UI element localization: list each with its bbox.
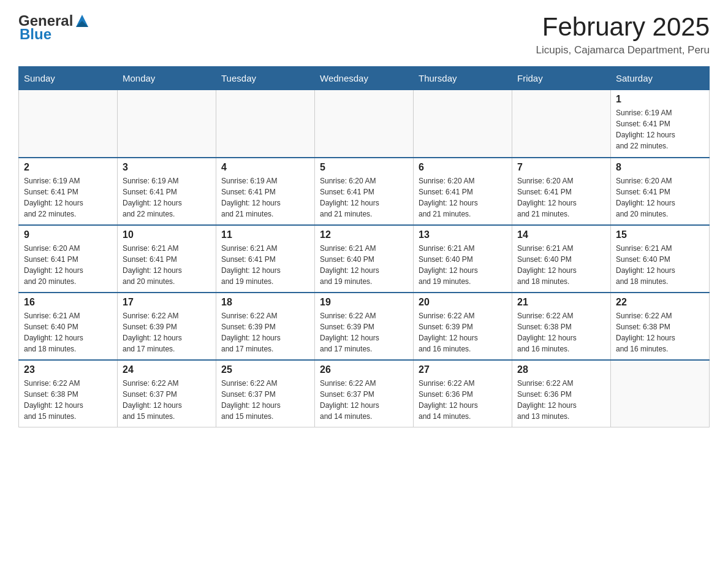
day-info: Sunrise: 6:22 AMSunset: 6:36 PMDaylight:… <box>517 378 605 422</box>
day-number: 3 <box>123 162 211 173</box>
day-info: Sunrise: 6:22 AMSunset: 6:37 PMDaylight:… <box>320 378 408 422</box>
day-info: Sunrise: 6:21 AMSunset: 6:40 PMDaylight:… <box>419 243 507 287</box>
day-info: Sunrise: 6:19 AMSunset: 6:41 PMDaylight:… <box>221 175 309 220</box>
day-info: Sunrise: 6:19 AMSunset: 6:41 PMDaylight:… <box>616 107 704 151</box>
calendar-cell <box>118 90 216 158</box>
calendar-cell: 24Sunrise: 6:22 AMSunset: 6:37 PMDayligh… <box>118 360 216 427</box>
day-info: Sunrise: 6:21 AMSunset: 6:40 PMDaylight:… <box>320 243 408 287</box>
day-number: 23 <box>24 364 112 375</box>
day-number: 24 <box>123 364 211 375</box>
calendar-cell: 10Sunrise: 6:21 AMSunset: 6:41 PMDayligh… <box>118 225 216 293</box>
calendar-cell: 14Sunrise: 6:21 AMSunset: 6:40 PMDayligh… <box>512 225 611 293</box>
day-number: 26 <box>320 364 408 375</box>
day-info: Sunrise: 6:19 AMSunset: 6:41 PMDaylight:… <box>123 175 211 220</box>
logo: General Blue <box>18 12 91 43</box>
day-number: 17 <box>123 297 211 308</box>
day-info: Sunrise: 6:21 AMSunset: 6:40 PMDaylight:… <box>24 310 112 354</box>
calendar-week-2: 2Sunrise: 6:19 AMSunset: 6:41 PMDaylight… <box>19 158 710 225</box>
day-number: 11 <box>221 229 309 240</box>
calendar-cell: 19Sunrise: 6:22 AMSunset: 6:39 PMDayligh… <box>315 293 414 360</box>
calendar-cell: 2Sunrise: 6:19 AMSunset: 6:41 PMDaylight… <box>19 158 118 225</box>
day-info: Sunrise: 6:21 AMSunset: 6:40 PMDaylight:… <box>616 243 704 287</box>
calendar-week-5: 23Sunrise: 6:22 AMSunset: 6:38 PMDayligh… <box>19 360 710 427</box>
calendar-week-1: 1Sunrise: 6:19 AMSunset: 6:41 PMDaylight… <box>19 90 710 158</box>
day-info: Sunrise: 6:22 AMSunset: 6:38 PMDaylight:… <box>517 310 605 354</box>
day-number: 1 <box>616 94 704 105</box>
calendar-cell <box>414 90 512 158</box>
day-info: Sunrise: 6:21 AMSunset: 6:41 PMDaylight:… <box>221 243 309 287</box>
day-info: Sunrise: 6:19 AMSunset: 6:41 PMDaylight:… <box>24 175 112 220</box>
calendar-cell: 8Sunrise: 6:20 AMSunset: 6:41 PMDaylight… <box>611 158 710 225</box>
day-info: Sunrise: 6:20 AMSunset: 6:41 PMDaylight:… <box>517 175 605 220</box>
calendar-cell: 1Sunrise: 6:19 AMSunset: 6:41 PMDaylight… <box>611 90 710 158</box>
day-number: 27 <box>419 364 507 375</box>
weekday-header-friday: Friday <box>512 67 611 90</box>
day-info: Sunrise: 6:20 AMSunset: 6:41 PMDaylight:… <box>419 175 507 220</box>
calendar-cell <box>216 90 315 158</box>
day-info: Sunrise: 6:21 AMSunset: 6:41 PMDaylight:… <box>123 243 211 287</box>
calendar-cell <box>19 90 118 158</box>
calendar-cell: 21Sunrise: 6:22 AMSunset: 6:38 PMDayligh… <box>512 293 611 360</box>
weekday-header-saturday: Saturday <box>611 67 710 90</box>
day-number: 18 <box>221 297 309 308</box>
title-area: February 2025 Licupis, Cajamarca Departm… <box>536 12 710 56</box>
calendar-cell: 20Sunrise: 6:22 AMSunset: 6:39 PMDayligh… <box>414 293 512 360</box>
page-header: General Blue February 2025 Licupis, Caja… <box>18 12 710 56</box>
day-info: Sunrise: 6:22 AMSunset: 6:39 PMDaylight:… <box>419 310 507 354</box>
calendar-cell <box>512 90 611 158</box>
calendar-cell: 12Sunrise: 6:21 AMSunset: 6:40 PMDayligh… <box>315 225 414 293</box>
calendar-cell: 4Sunrise: 6:19 AMSunset: 6:41 PMDaylight… <box>216 158 315 225</box>
weekday-header-sunday: Sunday <box>19 67 118 90</box>
calendar-cell: 18Sunrise: 6:22 AMSunset: 6:39 PMDayligh… <box>216 293 315 360</box>
logo-blue-text: Blue <box>20 26 51 43</box>
calendar-week-4: 16Sunrise: 6:21 AMSunset: 6:40 PMDayligh… <box>19 293 710 360</box>
day-number: 16 <box>24 297 112 308</box>
day-info: Sunrise: 6:22 AMSunset: 6:36 PMDaylight:… <box>419 378 507 422</box>
day-number: 15 <box>616 229 704 240</box>
calendar-table: SundayMondayTuesdayWednesdayThursdayFrid… <box>18 66 710 427</box>
weekday-header-monday: Monday <box>118 67 216 90</box>
day-info: Sunrise: 6:21 AMSunset: 6:40 PMDaylight:… <box>517 243 605 287</box>
calendar-body: 1Sunrise: 6:19 AMSunset: 6:41 PMDaylight… <box>19 90 710 427</box>
day-number: 5 <box>320 162 408 173</box>
day-number: 20 <box>419 297 507 308</box>
day-info: Sunrise: 6:22 AMSunset: 6:39 PMDaylight:… <box>320 310 408 354</box>
day-number: 22 <box>616 297 704 308</box>
day-info: Sunrise: 6:22 AMSunset: 6:38 PMDaylight:… <box>616 310 704 354</box>
day-number: 12 <box>320 229 408 240</box>
calendar-cell: 27Sunrise: 6:22 AMSunset: 6:36 PMDayligh… <box>414 360 512 427</box>
day-number: 2 <box>24 162 112 173</box>
calendar-cell: 5Sunrise: 6:20 AMSunset: 6:41 PMDaylight… <box>315 158 414 225</box>
calendar-cell: 13Sunrise: 6:21 AMSunset: 6:40 PMDayligh… <box>414 225 512 293</box>
day-info: Sunrise: 6:20 AMSunset: 6:41 PMDaylight:… <box>320 175 408 220</box>
day-number: 13 <box>419 229 507 240</box>
day-number: 6 <box>419 162 507 173</box>
day-number: 10 <box>123 229 211 240</box>
calendar-cell: 22Sunrise: 6:22 AMSunset: 6:38 PMDayligh… <box>611 293 710 360</box>
calendar-cell: 28Sunrise: 6:22 AMSunset: 6:36 PMDayligh… <box>512 360 611 427</box>
day-info: Sunrise: 6:22 AMSunset: 6:39 PMDaylight:… <box>123 310 211 354</box>
calendar-title: February 2025 <box>536 12 710 42</box>
day-info: Sunrise: 6:22 AMSunset: 6:39 PMDaylight:… <box>221 310 309 354</box>
day-number: 21 <box>517 297 605 308</box>
calendar-cell: 25Sunrise: 6:22 AMSunset: 6:37 PMDayligh… <box>216 360 315 427</box>
weekday-header-thursday: Thursday <box>414 67 512 90</box>
weekday-header-wednesday: Wednesday <box>315 67 414 90</box>
day-number: 7 <box>517 162 605 173</box>
calendar-subtitle: Licupis, Cajamarca Department, Peru <box>536 44 710 56</box>
logo-triangle-icon <box>74 12 91 29</box>
day-info: Sunrise: 6:20 AMSunset: 6:41 PMDaylight:… <box>616 175 704 220</box>
calendar-cell: 16Sunrise: 6:21 AMSunset: 6:40 PMDayligh… <box>19 293 118 360</box>
weekday-header-tuesday: Tuesday <box>216 67 315 90</box>
calendar-cell: 23Sunrise: 6:22 AMSunset: 6:38 PMDayligh… <box>19 360 118 427</box>
calendar-cell: 17Sunrise: 6:22 AMSunset: 6:39 PMDayligh… <box>118 293 216 360</box>
day-number: 14 <box>517 229 605 240</box>
day-number: 28 <box>517 364 605 375</box>
calendar-cell: 7Sunrise: 6:20 AMSunset: 6:41 PMDaylight… <box>512 158 611 225</box>
day-info: Sunrise: 6:20 AMSunset: 6:41 PMDaylight:… <box>24 243 112 287</box>
day-number: 8 <box>616 162 704 173</box>
day-info: Sunrise: 6:22 AMSunset: 6:38 PMDaylight:… <box>24 378 112 422</box>
calendar-cell: 26Sunrise: 6:22 AMSunset: 6:37 PMDayligh… <box>315 360 414 427</box>
calendar-cell: 6Sunrise: 6:20 AMSunset: 6:41 PMDaylight… <box>414 158 512 225</box>
calendar-cell: 11Sunrise: 6:21 AMSunset: 6:41 PMDayligh… <box>216 225 315 293</box>
